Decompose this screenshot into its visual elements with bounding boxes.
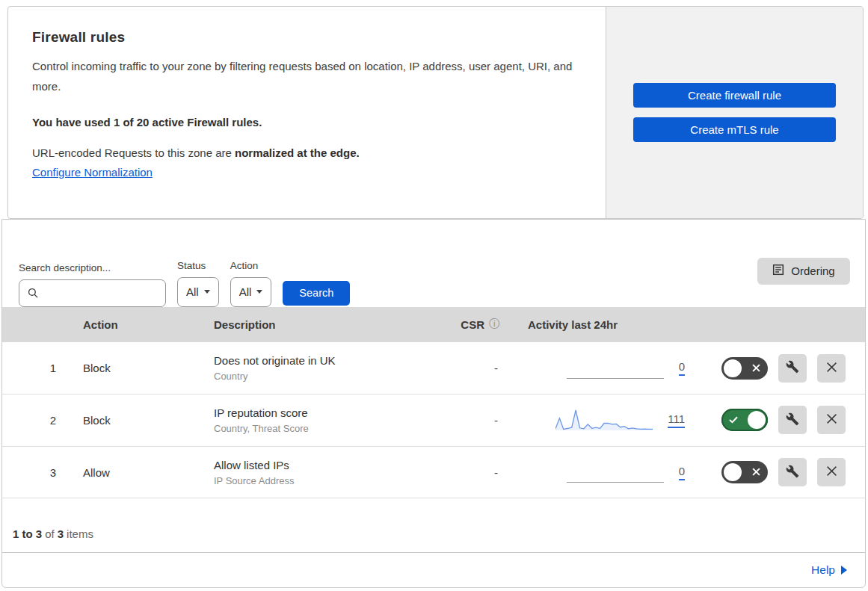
rule-description-cell: Does not originate in UK Country — [199, 354, 438, 382]
search-label: Search description... — [19, 262, 166, 273]
rule-fields: Country, Threat Score — [214, 423, 438, 434]
action-filter-group: Action All — [230, 260, 272, 307]
create-firewall-rule-button[interactable]: Create firewall rule — [633, 83, 836, 108]
rule-enabled-toggle[interactable] — [721, 461, 768, 483]
rules-usage-text: You have used 1 of 20 active Firewall ru… — [32, 116, 582, 129]
rule-controls — [690, 406, 865, 434]
rule-activity-cell: 111 — [507, 407, 690, 433]
rule-controls — [690, 354, 865, 383]
action-label: Action — [230, 260, 272, 271]
rule-priority: 2 — [2, 414, 68, 427]
rule-csr-value: - — [438, 362, 507, 374]
column-header-csr: CSR ⓘ — [438, 318, 507, 331]
ordering-list-icon — [772, 264, 784, 278]
edit-rule-button[interactable] — [778, 406, 807, 434]
status-label: Status — [177, 260, 219, 271]
rule-description[interactable]: Does not originate in UK — [214, 354, 438, 367]
action-dropdown[interactable]: All — [230, 277, 272, 307]
delete-rule-button[interactable] — [817, 458, 846, 486]
rule-description[interactable]: IP reputation score — [214, 406, 438, 419]
pagination-items: items — [67, 527, 93, 540]
info-icon[interactable]: ⓘ — [489, 318, 499, 331]
pagination-range: 1 to 3 — [13, 527, 42, 540]
rule-enabled-toggle[interactable] — [721, 409, 768, 431]
activity-sparkline — [567, 460, 664, 485]
normalization-text: URL-encoded Requests to this zone are no… — [32, 146, 582, 159]
rule-csr-value: - — [438, 414, 507, 427]
rule-description-cell: IP reputation score Country, Threat Scor… — [199, 406, 438, 434]
status-filter-group: Status All — [177, 260, 219, 307]
toggle-knob — [724, 359, 742, 377]
rule-action: Allow — [68, 466, 199, 479]
close-icon — [826, 413, 837, 427]
activity-sparkline — [567, 356, 664, 381]
configure-normalization-link[interactable]: Configure Normalization — [32, 166, 153, 179]
create-mtls-rule-button[interactable]: Create mTLS rule — [633, 117, 836, 142]
toggle-off-x-icon — [752, 362, 760, 375]
ordering-button-label: Ordering — [791, 264, 834, 277]
toggle-knob — [724, 463, 742, 481]
ordering-button[interactable]: Ordering — [757, 258, 850, 285]
rule-fields: Country — [214, 371, 438, 382]
rule-csr-value: - — [438, 466, 507, 479]
pagination-of: of — [45, 527, 55, 540]
rule-activity-cell: 0 — [507, 356, 690, 381]
rule-action: Block — [68, 362, 199, 374]
delete-rule-button[interactable] — [817, 354, 846, 383]
column-header-description: Description — [199, 318, 438, 331]
table-header-row: Action Description CSR ⓘ Activity last 2… — [2, 307, 865, 343]
filter-bar: Search description... Status All — [2, 220, 865, 307]
toggle-on-check-icon — [729, 413, 738, 427]
toggle-off-x-icon — [752, 465, 760, 479]
page-description: Control incoming traffic to your zone by… — [32, 56, 574, 96]
csr-header-label: CSR — [461, 318, 484, 331]
chevron-down-icon — [204, 290, 210, 294]
arrow-right-icon — [841, 566, 847, 575]
search-box — [19, 279, 166, 307]
activity-sparkline — [555, 407, 653, 433]
table-row: 1 Block Does not originate in UK Country… — [2, 342, 865, 394]
overview-text-area: Firewall rules Control incoming traffic … — [8, 7, 606, 218]
help-link-label: Help — [811, 563, 835, 577]
normalization-text-bold: normalized at the edge. — [235, 146, 360, 159]
activity-flat-line — [567, 378, 664, 379]
edit-rule-button[interactable] — [778, 458, 807, 486]
pagination-total: 3 — [58, 527, 64, 540]
rule-description-cell: Allow listed IPs IP Source Address — [199, 459, 438, 486]
rule-priority: 1 — [2, 362, 68, 374]
table-row: 3 Allow Allow listed IPs IP Source Addre… — [2, 447, 865, 499]
create-actions-panel: Create firewall rule Create mTLS rule — [606, 7, 863, 218]
wrench-icon — [786, 465, 799, 480]
rules-table-card: Search description... Status All — [1, 219, 866, 588]
close-icon — [826, 465, 837, 479]
activity-count-link[interactable]: 111 — [668, 412, 685, 428]
column-header-activity: Activity last 24hr — [507, 318, 690, 331]
help-bar: Help — [2, 552, 865, 587]
rule-priority: 3 — [2, 466, 68, 479]
toggle-knob — [748, 411, 766, 429]
help-link[interactable]: Help — [811, 563, 847, 577]
rule-enabled-toggle[interactable] — [721, 357, 768, 380]
firewall-overview-card: Firewall rules Control incoming traffic … — [7, 6, 864, 219]
delete-rule-button[interactable] — [817, 406, 846, 434]
rule-action: Block — [68, 414, 199, 427]
rule-activity-cell: 0 — [507, 460, 690, 485]
search-filter-group: Search description... — [19, 262, 166, 307]
activity-count-link[interactable]: 0 — [679, 360, 685, 376]
page-title: Firewall rules — [32, 29, 582, 46]
status-dropdown-value: All — [186, 285, 199, 298]
column-header-action: Action — [68, 318, 199, 331]
search-input[interactable] — [19, 279, 166, 307]
edit-rule-button[interactable] — [778, 354, 807, 383]
search-button[interactable]: Search — [283, 281, 350, 306]
status-dropdown[interactable]: All — [177, 277, 219, 307]
close-icon — [826, 362, 837, 375]
rule-fields: IP Source Address — [214, 475, 438, 486]
normalization-text-prefix: URL-encoded Requests to this zone are — [32, 146, 235, 159]
pagination-summary: 1 to 3 of 3 items — [2, 498, 865, 552]
chevron-down-icon — [256, 290, 262, 294]
action-dropdown-value: All — [239, 285, 252, 298]
firewall-rules-page: Firewall rules Control incoming traffic … — [0, 0, 868, 591]
activity-count-link[interactable]: 0 — [679, 465, 685, 480]
rule-description[interactable]: Allow listed IPs — [214, 459, 438, 471]
